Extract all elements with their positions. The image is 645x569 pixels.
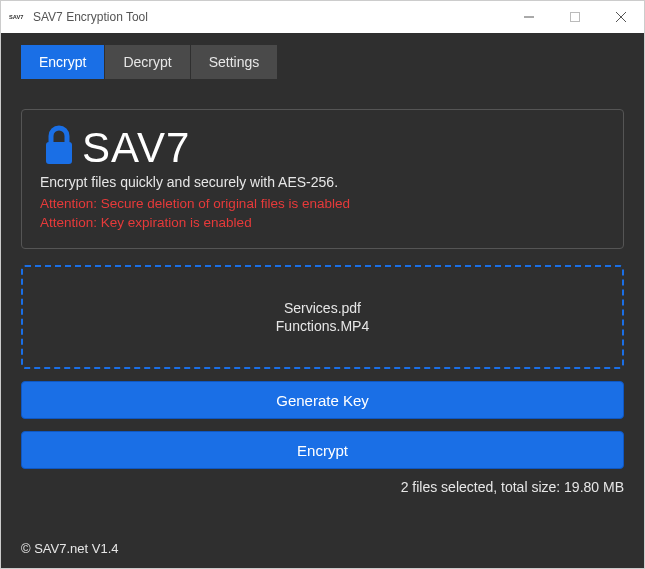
hero-subtitle: Encrypt files quickly and securely with …: [40, 174, 605, 190]
tab-settings[interactable]: Settings: [191, 45, 278, 79]
encrypt-button[interactable]: Encrypt: [21, 431, 624, 469]
footer-text: © SAV7.net V1.4: [21, 541, 119, 556]
lock-icon: [40, 124, 78, 172]
file-dropzone[interactable]: Services.pdf Functions.MP4: [21, 265, 624, 369]
svg-rect-3: [571, 13, 580, 22]
dropzone-file: Functions.MP4: [276, 318, 369, 334]
tabs: Encrypt Decrypt Settings: [21, 45, 624, 79]
titlebar: SAV7 SAV7 Encryption Tool: [1, 1, 644, 33]
warning-line: Attention: Secure deletion of original f…: [40, 196, 605, 211]
button-label: Encrypt: [297, 442, 348, 459]
generate-key-button[interactable]: Generate Key: [21, 381, 624, 419]
window-title: SAV7 Encryption Tool: [33, 10, 148, 24]
svg-text:SAV7: SAV7: [9, 14, 24, 20]
brand: SAV7: [40, 124, 605, 172]
button-label: Generate Key: [276, 392, 369, 409]
maximize-button[interactable]: [552, 1, 598, 33]
window-controls: [506, 1, 644, 33]
brand-text: SAV7: [82, 124, 190, 172]
tab-label: Encrypt: [39, 54, 86, 70]
tab-label: Settings: [209, 54, 260, 70]
warning-line: Attention: Key expiration is enabled: [40, 215, 605, 230]
minimize-button[interactable]: [506, 1, 552, 33]
status-text: 2 files selected, total size: 19.80 MB: [21, 479, 624, 495]
svg-rect-6: [46, 142, 72, 164]
app-icon: SAV7: [9, 10, 27, 24]
tab-encrypt[interactable]: Encrypt: [21, 45, 105, 79]
tab-decrypt[interactable]: Decrypt: [105, 45, 190, 79]
close-button[interactable]: [598, 1, 644, 33]
client-area: Encrypt Decrypt Settings SAV7 Encrypt fi…: [1, 33, 644, 568]
dropzone-file: Services.pdf: [284, 300, 361, 316]
tab-label: Decrypt: [123, 54, 171, 70]
app-window: SAV7 SAV7 Encryption Tool Encrypt: [0, 0, 645, 569]
hero-panel: SAV7 Encrypt files quickly and securely …: [21, 109, 624, 249]
